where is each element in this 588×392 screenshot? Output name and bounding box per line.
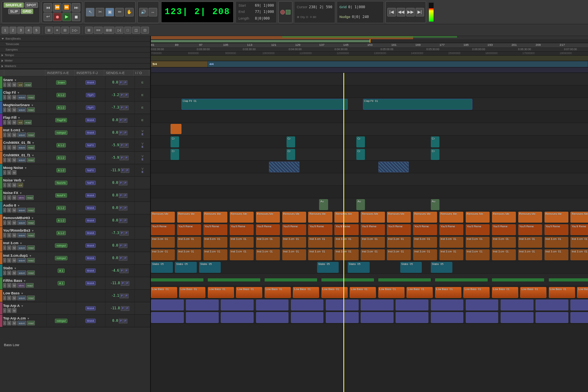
track-btn-s[interactable]: S <box>7 283 11 288</box>
track-inserts-ae[interactable]: A 1-2 <box>46 89 76 101</box>
track-inserts-ae[interactable]: A 1-2 <box>46 227 76 239</box>
track-inserts-ae[interactable]: A 1-2 <box>46 152 76 164</box>
track-btn-read[interactable]: read <box>27 270 35 275</box>
track-btn-i[interactable]: I <box>3 120 6 125</box>
send-p-btn2[interactable]: P <box>123 243 128 248</box>
track-dropdown-arrow[interactable]: ▼ <box>14 79 17 82</box>
num-1-btn[interactable]: 1 <box>2 27 9 34</box>
clip[interactable]: Removes Me <box>230 212 254 223</box>
send-p-btn2[interactable]: P <box>124 93 129 98</box>
go-start-btn[interactable]: |◀ <box>387 8 396 16</box>
clip[interactable]: Low Bass_01 <box>321 287 348 298</box>
send-p-btn2[interactable]: P <box>123 256 128 261</box>
track-sends-ae[interactable]: -4.6PP <box>105 265 134 277</box>
send-p-btn2[interactable]: P <box>123 80 128 85</box>
clip[interactable]: You'll Reme <box>361 224 385 235</box>
go-end-btn[interactable]: ▶| <box>416 8 424 16</box>
track-btn-s[interactable]: S <box>7 258 11 263</box>
track-btn-m[interactable]: M <box>12 183 17 187</box>
clip[interactable]: You'll Reme <box>466 224 490 235</box>
track-dropdown-arrow[interactable]: ▼ <box>14 267 17 270</box>
track-btn-i[interactable]: I <box>3 195 6 200</box>
send-p-btn1[interactable]: P <box>120 294 124 298</box>
prev-btn[interactable]: ⏮ <box>44 3 52 12</box>
send-p-btn1[interactable]: P <box>121 281 125 286</box>
num-3-btn[interactable]: 3 <box>17 27 24 34</box>
bars-beats-row[interactable]: Bars|Beats <box>0 36 150 42</box>
clip[interactable]: Low Bass_01 <box>577 287 588 298</box>
track-btn-i[interactable]: I <box>3 270 6 275</box>
clip[interactable]: Inst 3.cm_01 <box>387 249 411 260</box>
track-dropdown-arrow[interactable]: ▼ <box>22 129 24 132</box>
track-btn-wave[interactable]: wave <box>17 95 26 100</box>
clip[interactable]: You'll Reme <box>177 224 201 235</box>
track-inserts-fj[interactable]: MstrA <box>76 265 105 277</box>
arrange-track[interactable] <box>151 311 588 324</box>
track-io[interactable] <box>134 202 150 214</box>
track-btn-i[interactable]: I <box>3 183 6 187</box>
track-btn-s[interactable]: S <box>7 120 11 125</box>
track-inserts-ae[interactable]: noInput <box>46 240 76 252</box>
clip[interactable]: Inst 3.cm_01 <box>308 237 332 248</box>
send-p-btn1[interactable]: P <box>121 306 125 311</box>
track-sends-ae[interactable]: -5.9PP <box>105 152 134 164</box>
track-sends-ae[interactable]: -2.1PP <box>105 290 134 302</box>
track-btn-i[interactable]: I <box>3 82 6 87</box>
track-inserts-fj[interactable]: MstrA <box>76 202 105 214</box>
clip[interactable]: Removes Me <box>203 212 227 223</box>
track-sends-ae[interactable]: -3.2PP <box>105 89 134 101</box>
send-p-btn1[interactable]: P <box>120 231 124 236</box>
track-btn-i[interactable]: I <box>3 283 6 288</box>
clip[interactable]: Removes Me <box>570 212 588 223</box>
track-inserts-fj[interactable]: NsFX <box>76 164 105 176</box>
track-btn-m[interactable]: M <box>12 195 17 200</box>
vol-btn[interactable]: 🔊 <box>139 8 148 16</box>
clip[interactable]: Low Bass_01 <box>208 287 234 298</box>
clip[interactable]: Low Bass_01 <box>151 287 177 298</box>
clip[interactable]: You'll Reme <box>413 224 437 235</box>
send-p-btn1[interactable]: P <box>119 193 123 198</box>
record-btn[interactable]: ⏺ <box>53 13 62 21</box>
track-dropdown-arrow[interactable]: ▼ <box>31 104 34 107</box>
track-btn-vtrm[interactable]: vtrm <box>17 195 25 200</box>
clip[interactable]: Low Bass_01 <box>463 287 490 298</box>
track-btn-read[interactable]: read <box>27 220 35 225</box>
arrange-track[interactable]: Low Bass_01Low Bass_01Low Bass_01Low Bas… <box>151 286 588 299</box>
track-btn-m[interactable]: M <box>12 158 17 162</box>
send-p-btn2[interactable]: P <box>124 143 129 148</box>
arrange-area[interactable]: Clap Fil_01Clap Fil_01CrCrCrCrCrCrCrCrAu… <box>151 73 588 392</box>
stop-btn[interactable]: ⏹ <box>72 13 80 21</box>
track-btn-wave[interactable]: wave <box>17 107 26 112</box>
track-btn-wave[interactable]: wave <box>17 145 26 150</box>
clip[interactable]: Inst 3.cm_01 <box>518 249 542 260</box>
clip[interactable]: You'll Reme <box>439 224 463 235</box>
clip[interactable]: Inst 3.cm_01 <box>466 237 490 248</box>
clip[interactable]: You'll Reme <box>387 224 411 235</box>
view-btn6[interactable]: ◫ <box>132 27 140 34</box>
track-sends-ae[interactable]: -5.9PP <box>105 139 134 151</box>
track-btn-read[interactable]: read <box>27 107 35 112</box>
timecode-row[interactable]: Timecode <box>0 42 150 47</box>
track-btn-i[interactable]: I <box>3 321 6 325</box>
clip[interactable]: Au <box>356 199 365 210</box>
clip[interactable]: You'll Reme <box>308 224 332 235</box>
clip[interactable]: Inst 3.cm_01 <box>282 249 306 260</box>
arrange-track[interactable]: Clap Fil_01Clap Fil_01 <box>151 98 588 111</box>
track-btn-i[interactable]: I <box>3 158 6 162</box>
track-inserts-ae[interactable]: A 1-2 <box>46 202 76 214</box>
send-p-btn1[interactable]: P <box>120 105 124 110</box>
track-inserts-fj[interactable]: MstrA <box>76 214 105 227</box>
clip[interactable]: You'll Reme <box>230 224 254 235</box>
clip[interactable]: Inst 3.cm_01 <box>387 237 411 248</box>
track-dropdown-arrow[interactable]: ▼ <box>31 217 34 220</box>
track-btn-read[interactable]: read <box>27 158 35 162</box>
track-inserts-fj[interactable]: NsFX <box>76 177 105 189</box>
track-btn-i[interactable]: I <box>3 220 6 225</box>
clip[interactable]: Inst 3.cm_01 <box>570 249 588 260</box>
clip[interactable]: Inst 3.cm_01 <box>308 249 332 260</box>
track-btn-s[interactable]: S <box>7 195 11 200</box>
play-btn[interactable]: ▶ <box>62 13 71 21</box>
track-sends-ae[interactable]: -11.8PP <box>105 302 134 314</box>
send-p-btn1[interactable]: P <box>119 131 123 135</box>
track-btn-i[interactable]: I <box>3 208 6 212</box>
